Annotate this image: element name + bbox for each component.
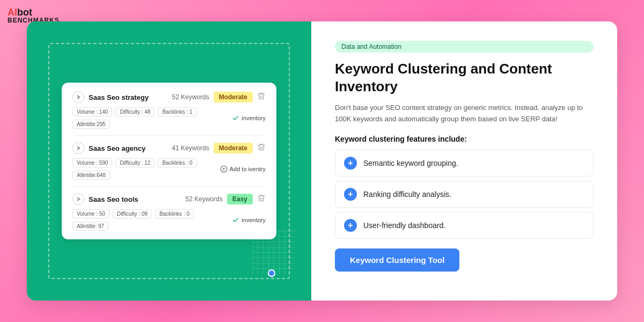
plus-icon-2: + bbox=[344, 188, 357, 201]
keyword-count-1: 52 Keywords bbox=[172, 93, 209, 101]
keyword-title-1: Saas Seo strategy bbox=[89, 93, 149, 101]
plus-icon-3: + bbox=[344, 219, 357, 232]
features-label: Keyword clustering features include: bbox=[335, 135, 594, 143]
meta-tag-2-2: Backlinks : 0 bbox=[158, 158, 196, 167]
inventory-btn-3[interactable]: inventory bbox=[232, 216, 266, 224]
trash-icon-3[interactable] bbox=[257, 194, 266, 204]
feature-item-1: + Semantic keyword grouping. bbox=[335, 150, 594, 177]
keyword-card: Saas Seo strategy 52 Keywords Moderate bbox=[62, 83, 276, 239]
meta-tag-3-2: Backlinks : 0 bbox=[155, 209, 194, 218]
keyword-row-3: Saas Seo tools 52 Keywords Easy bbox=[72, 193, 266, 231]
category-badge: Data and Automation bbox=[335, 41, 594, 53]
feature-item-3: + User-friendly dashboard. bbox=[335, 212, 594, 239]
meta-tag-3-1: Difficulty : 09 bbox=[113, 209, 152, 218]
feature-text-3: User-friendly dashboard. bbox=[363, 221, 445, 230]
meta-tag-1-2: Backlinks : 1 bbox=[158, 107, 196, 116]
logo-ai: AI bbox=[8, 7, 17, 18]
left-panel: Saas Seo strategy 52 Keywords Moderate bbox=[27, 21, 311, 301]
feature-text-2: Ranking difficulty analysis. bbox=[363, 190, 451, 199]
page-title: Keyword Clustering and Content Inventory bbox=[335, 60, 594, 95]
meta-tag-2-3: Allintitle:648 bbox=[72, 171, 110, 180]
plus-icon-1: + bbox=[344, 157, 357, 170]
logo-bot: bot bbox=[17, 7, 32, 18]
inventory-btn-1[interactable]: inventory bbox=[232, 114, 266, 122]
chevron-btn-2[interactable] bbox=[72, 142, 84, 154]
cta-button[interactable]: Keyword Clustering Tool bbox=[335, 248, 459, 272]
meta-tag-3-3: Allintitle: 97 bbox=[72, 222, 108, 231]
badge-1: Moderate bbox=[214, 92, 253, 103]
right-panel: Data and Automation Keyword Clustering a… bbox=[311, 21, 617, 301]
main-card: Saas Seo strategy 52 Keywords Moderate bbox=[27, 21, 617, 301]
meta-tags-1: Volume : 140 Difficulty : 48 Backlinks :… bbox=[72, 107, 232, 129]
trash-icon-2[interactable] bbox=[257, 143, 266, 153]
trash-icon-1[interactable] bbox=[257, 92, 266, 103]
meta-tag-2-1: Difficulty : 12 bbox=[115, 158, 155, 167]
meta-tags-2: Volume : 590 Difficulty : 12 Backlinks :… bbox=[72, 158, 220, 180]
feature-text-1: Semantic keyword grouping. bbox=[363, 159, 458, 167]
inventory-btn-2[interactable]: Add to iventry bbox=[220, 165, 266, 173]
chevron-btn-1[interactable] bbox=[72, 91, 84, 103]
badge-2: Moderate bbox=[214, 143, 253, 153]
chevron-btn-3[interactable] bbox=[72, 193, 84, 205]
keyword-title-2: Saas Seo agency bbox=[89, 144, 145, 152]
feature-item-2: + Ranking difficulty analysis. bbox=[335, 181, 594, 208]
meta-tag-1-3: Allintitle:295 bbox=[72, 120, 110, 129]
meta-tag-2-0: Volume : 590 bbox=[72, 158, 112, 167]
badge-3: Easy bbox=[227, 194, 253, 204]
meta-tag-1-1: Difficulty : 48 bbox=[115, 107, 155, 116]
keyword-row-2: Saas Seo agency 41 Keywords Moderate bbox=[72, 142, 266, 180]
meta-tag-1-0: Volume : 140 bbox=[72, 107, 112, 116]
meta-tags-3: Volume : 50 Difficulty : 09 Backlinks : … bbox=[72, 209, 232, 231]
keyword-title-3: Saas Seo tools bbox=[89, 195, 138, 203]
keyword-count-2: 41 Keywords bbox=[172, 144, 209, 152]
description-text: Don't base your SEO content strategy on … bbox=[335, 103, 594, 125]
keyword-count-3: 52 Keywords bbox=[186, 195, 223, 203]
keyword-row-1: Saas Seo strategy 52 Keywords Moderate bbox=[72, 91, 266, 129]
blue-dot-decoration bbox=[268, 269, 275, 277]
meta-tag-3-0: Volume : 50 bbox=[72, 209, 109, 218]
